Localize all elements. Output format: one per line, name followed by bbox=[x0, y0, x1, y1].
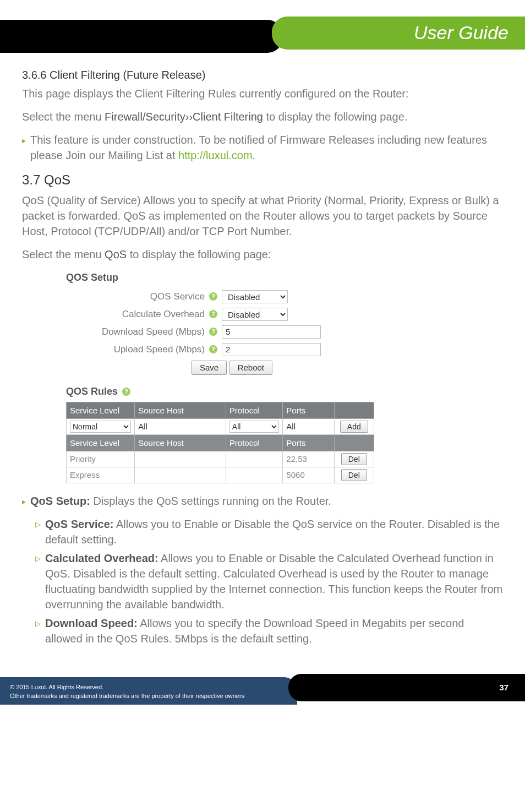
sec37-p2-bold: QoS bbox=[105, 248, 127, 260]
desc-qos-setup: ▸ QoS Setup: Displays the QoS settings r… bbox=[22, 493, 503, 509]
qos-download-input[interactable] bbox=[222, 325, 321, 339]
help-icon[interactable]: ? bbox=[209, 328, 217, 336]
arrow-icon: ▸ bbox=[22, 497, 26, 509]
th-service-level: Service Level bbox=[67, 402, 135, 418]
footer-page: 37 bbox=[288, 674, 525, 701]
rules-input-row: Normal All All All Add bbox=[67, 418, 374, 434]
sec366-p2-post: to display the following page. bbox=[263, 111, 407, 123]
desc-download-label: Download Speed: bbox=[45, 617, 138, 629]
protocol-select[interactable]: All bbox=[229, 421, 280, 433]
th2-protocol: Protocol bbox=[226, 434, 283, 451]
ports-value: All bbox=[286, 422, 296, 431]
desc-overhead-text: Calculated Overhead: Allows you to Enabl… bbox=[45, 551, 503, 612]
sec366-bullet: ▸ This feature is under construction. To… bbox=[22, 132, 503, 163]
section-366-p2: Select the menu Firewall/Security››Clien… bbox=[22, 109, 503, 124]
qos-service-row: QOS Service ? Disabled bbox=[66, 290, 402, 303]
th-protocol: Protocol bbox=[226, 402, 283, 418]
desc-overhead-label: Calculated Overhead: bbox=[45, 552, 158, 564]
desc-calc-overhead: ▷ Calculated Overhead: Allows you to Ena… bbox=[35, 551, 503, 612]
desc-qos-service: ▷ QoS Service: Allows you to Enable or D… bbox=[35, 516, 503, 547]
row1-protocol bbox=[226, 467, 283, 483]
desc-setup-body: Displays the QoS settings running on the… bbox=[90, 495, 331, 507]
qos-download-row: Download Speed (Mbps) ? bbox=[66, 325, 402, 339]
header-title: User Guide bbox=[272, 17, 525, 50]
qos-download-label: Download Speed (Mbps) bbox=[66, 325, 209, 339]
desc-download-speed: ▷ Download Speed: Allows you to specify … bbox=[35, 615, 503, 646]
footer: © 2015 Luxul. All Rights Reserved. Other… bbox=[0, 672, 525, 705]
desc-qos-setup-text: QoS Setup: Displays the QoS settings run… bbox=[30, 493, 331, 509]
table-row: Priority 22,53 Del bbox=[67, 451, 374, 467]
table-header-row: Service Level Source Host Protocol Ports bbox=[67, 402, 374, 418]
qos-button-row: Save Reboot bbox=[192, 361, 402, 375]
qos-overhead-select[interactable]: Disabled bbox=[222, 308, 288, 321]
footer-copyright: © 2015 Luxul. All Rights Reserved. Other… bbox=[0, 677, 297, 705]
section-37-p2: Select the menu QoS to display the follo… bbox=[22, 247, 503, 262]
sec366-p2-pre: Select the menu bbox=[22, 111, 105, 123]
qos-upload-row: Upload Speed (Mbps) ? bbox=[66, 343, 402, 356]
qos-rules-title: QOS Rules ? bbox=[66, 385, 402, 399]
qos-overhead-label: Calculate Overhead bbox=[66, 308, 209, 321]
row1-source-host bbox=[135, 467, 226, 483]
triangle-icon: ▷ bbox=[35, 619, 41, 646]
del-button[interactable]: Del bbox=[341, 469, 367, 481]
del-button[interactable]: Del bbox=[341, 453, 367, 465]
desc-service-body: Allows you to Enable or Disable the QoS … bbox=[45, 518, 500, 546]
service-level-select[interactable]: Normal bbox=[70, 421, 131, 433]
row0-source-host bbox=[135, 451, 226, 467]
sec366-bullet-text: This feature is under construction. To b… bbox=[30, 132, 503, 163]
th-ports: Ports bbox=[283, 402, 334, 418]
add-button[interactable]: Add bbox=[340, 421, 368, 433]
sec37-p2-post: to display the following page: bbox=[127, 248, 271, 260]
reboot-button[interactable]: Reboot bbox=[229, 361, 272, 375]
qos-overhead-row: Calculate Overhead ? Disabled bbox=[66, 308, 402, 321]
footer-line1: © 2015 Luxul. All Rights Reserved. bbox=[10, 684, 103, 690]
row1-ports: 5060 bbox=[283, 467, 334, 483]
section-366-heading: 3.6.6 Client Filtering (Future Release) bbox=[22, 67, 503, 83]
qos-service-label: QOS Service bbox=[66, 290, 209, 303]
desc-download-text: Download Speed: Allows you to specify th… bbox=[45, 615, 503, 646]
qos-rules-title-text: QOS Rules bbox=[66, 385, 118, 399]
arrow-icon: ▸ bbox=[22, 135, 26, 163]
desc-qos-service-text: QoS Service: Allows you to Enable or Dis… bbox=[45, 516, 503, 547]
triangle-icon: ▷ bbox=[35, 554, 41, 612]
row0-service-level: Priority bbox=[67, 451, 135, 467]
section-37-p1: QoS (Quality of Service) Allows you to s… bbox=[22, 193, 503, 239]
help-icon[interactable]: ? bbox=[209, 292, 217, 301]
luxul-link[interactable]: http://luxul.com bbox=[178, 149, 253, 161]
desc-setup-label: QoS Setup: bbox=[30, 495, 90, 507]
source-host-value: All bbox=[138, 422, 147, 431]
th2-service-level: Service Level bbox=[67, 434, 135, 451]
help-icon[interactable]: ? bbox=[209, 345, 217, 353]
footer-line2: Other trademarks and registered trademar… bbox=[10, 693, 244, 699]
qos-service-select[interactable]: Disabled bbox=[222, 290, 288, 303]
header-black-block bbox=[0, 20, 283, 53]
triangle-icon: ▷ bbox=[35, 520, 41, 547]
section-366-p1: This page displays the Client Filtering … bbox=[22, 86, 503, 101]
th2-source-host: Source Host bbox=[135, 434, 226, 451]
qos-screenshot: QOS Setup QOS Service ? Disabled Calcula… bbox=[66, 271, 402, 483]
help-icon[interactable]: ? bbox=[122, 388, 130, 396]
sec37-p2-pre: Select the menu bbox=[22, 248, 105, 260]
section-37-heading: 3.7 QoS bbox=[22, 171, 503, 189]
th2-ports: Ports bbox=[283, 434, 334, 451]
th-action bbox=[334, 402, 374, 418]
header-bar: User Guide bbox=[0, 17, 525, 55]
save-button[interactable]: Save bbox=[192, 361, 227, 375]
sec366-bullet-post: . bbox=[253, 149, 256, 161]
th2-action bbox=[334, 434, 374, 451]
help-icon[interactable]: ? bbox=[209, 310, 217, 318]
table-header-row-2: Service Level Source Host Protocol Ports bbox=[67, 434, 374, 451]
th-source-host: Source Host bbox=[135, 402, 226, 418]
sec366-p2-bold: Firewall/Security››Client Filtering bbox=[105, 111, 263, 123]
row0-ports: 22,53 bbox=[283, 451, 334, 467]
qos-upload-label: Upload Speed (Mbps) bbox=[66, 343, 209, 356]
desc-service-label: QoS Service: bbox=[45, 518, 114, 530]
qos-upload-input[interactable] bbox=[222, 343, 321, 356]
qos-setup-title: QOS Setup bbox=[66, 271, 402, 285]
row1-service-level: Express bbox=[67, 467, 135, 483]
table-row: Express 5060 Del bbox=[67, 467, 374, 483]
sec366-bullet-pre: This feature is under construction. To b… bbox=[30, 134, 487, 161]
row0-protocol bbox=[226, 451, 283, 467]
qos-rules-table: Service Level Source Host Protocol Ports… bbox=[66, 402, 374, 483]
